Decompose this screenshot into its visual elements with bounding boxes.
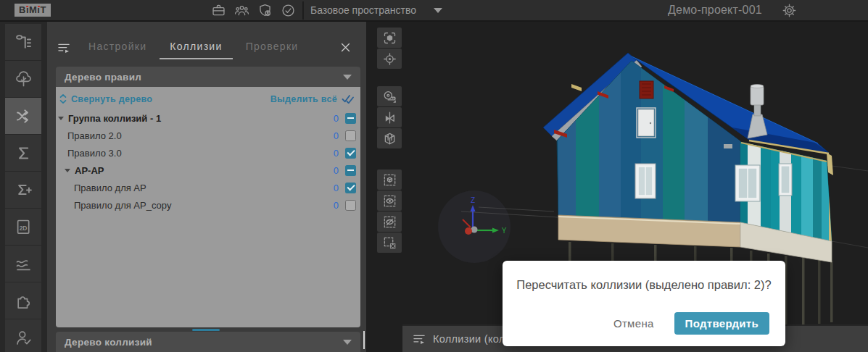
rules-tree: Свернуть дерево Выделить всё Группа колл…: [56, 87, 360, 327]
tab-1[interactable]: Коллизии: [170, 41, 222, 58]
collision-count: 0: [334, 200, 339, 211]
sidebar-item-sum[interactable]: [5, 135, 41, 171]
tab-2[interactable]: Проверки: [246, 41, 299, 58]
panel-menu-icon[interactable]: [56, 41, 72, 55]
sidebar-item-model-tree[interactable]: [5, 24, 41, 60]
tree-row[interactable]: Правило для АР0: [56, 179, 360, 196]
axis-gizmo: Z Y: [438, 190, 511, 263]
section-plane-icon: [382, 110, 397, 125]
graphs-icon: [14, 254, 33, 274]
bottom-panel-title: Коллизии (коли: [433, 333, 511, 345]
locate-icon: [382, 51, 397, 67]
team-icon[interactable]: [234, 3, 249, 18]
topbar-tools: [211, 3, 296, 18]
sidebar-item-user-check[interactable]: [5, 319, 41, 352]
tree-row[interactable]: Правило 2.00: [56, 127, 360, 144]
sum-add-icon: [14, 180, 33, 200]
rule-label: АР-АР: [75, 165, 104, 176]
measure-icon: [382, 89, 397, 104]
collapse-tree-label: Свернуть дерево: [71, 94, 152, 104]
dialog-actions: Отмена Подтвердить: [613, 312, 769, 335]
double-check-icon: [342, 94, 356, 104]
tree-row[interactable]: Правило 3.00: [56, 144, 360, 162]
collisions-tree-header[interactable]: Дерево коллизий: [56, 332, 360, 352]
tree-controls: Свернуть дерево Выделить всё: [56, 87, 360, 106]
rule-label: Правило 2.0: [67, 130, 122, 141]
collision-count: 0: [334, 113, 339, 124]
topbar-divider: [302, 1, 304, 20]
briefcase-icon[interactable]: [211, 3, 226, 18]
viewport-toolbar: [377, 28, 402, 253]
sidebar-item-nature-tree[interactable]: [5, 61, 41, 97]
clear-selection-button[interactable]: [377, 232, 402, 253]
workspace-selector[interactable]: Базовое пространство: [310, 4, 442, 16]
rule-checkbox[interactable]: [345, 130, 356, 141]
tree-row[interactable]: АР-АР0: [56, 162, 360, 179]
rule-label: Группа коллизий - 1: [68, 113, 161, 124]
rules-tree-header[interactable]: Дерево правил: [56, 67, 360, 87]
sidebar-item-plugins[interactable]: [5, 282, 41, 319]
collisions-tree-title: Дерево коллизий: [65, 337, 152, 348]
section-plane-button[interactable]: [377, 107, 402, 127]
panel-resize-handle[interactable]: [192, 329, 220, 331]
show-selected-icon: [382, 193, 397, 209]
shield-user-icon[interactable]: [257, 3, 273, 18]
tab-0[interactable]: Настройки: [88, 41, 146, 58]
section-box-button[interactable]: [377, 128, 402, 148]
rules-tree-title: Дерево правил: [65, 72, 141, 83]
caret-down-icon[interactable]: [65, 169, 70, 175]
workspace-label: Базовое пространство: [310, 4, 416, 16]
select-all-label: Выделить всё: [270, 94, 337, 104]
collision-count: 0: [334, 148, 339, 159]
rule-label: Правило для АР: [74, 183, 146, 193]
collapse-expand-icon: [59, 93, 67, 104]
rule-checkbox[interactable]: [345, 165, 356, 176]
tree-row[interactable]: Правило для АР_copy0: [56, 196, 360, 214]
rule-checkbox[interactable]: [345, 113, 356, 124]
rules-tree-list: Группа коллизий - 10Правило 2.00Правило …: [56, 109, 360, 214]
user-check-icon: [14, 328, 33, 348]
collisions-icon: [14, 106, 33, 126]
axis-label-z: Z: [471, 196, 475, 204]
gear-icon[interactable]: [782, 3, 797, 18]
rule-checkbox[interactable]: [345, 148, 356, 159]
recalculate-dialog: Пересчитать коллизии (выделено правил: 2…: [503, 261, 785, 346]
hide-selected-button[interactable]: [377, 211, 402, 232]
rule-checkbox[interactable]: [345, 183, 356, 193]
confirm-button[interactable]: Подтвердить: [674, 312, 769, 335]
tree-row[interactable]: Группа коллизий - 10: [56, 109, 360, 127]
caret-down-icon[interactable]: [58, 117, 64, 123]
locate-button[interactable]: [377, 49, 402, 69]
collision-count: 0: [334, 165, 339, 176]
2d-view-icon: 2D: [14, 217, 33, 237]
nature-tree-icon: [14, 70, 33, 89]
panel-menu-icon: [411, 332, 427, 346]
section-box-icon: [382, 131, 397, 146]
cancel-button[interactable]: Отмена: [613, 317, 654, 330]
rule-label: Правило для АР_copy: [74, 200, 171, 211]
show-selected-button[interactable]: [377, 190, 402, 211]
check-circle-icon[interactable]: [281, 3, 296, 18]
close-icon[interactable]: [339, 41, 352, 54]
collapse-tree-button[interactable]: Свернуть дерево: [59, 93, 152, 104]
sidebar-item-sum-add[interactable]: [5, 172, 41, 208]
measure-button[interactable]: [377, 86, 402, 106]
fit-model-icon: [382, 30, 397, 46]
fit-model-button[interactable]: [377, 28, 402, 48]
plugins-icon: [14, 291, 33, 311]
sidebar: 2D: [0, 22, 47, 352]
scrollbar-thumb[interactable]: [363, 331, 365, 349]
collision-count: 0: [334, 130, 339, 141]
panel-tabs: НастройкиКоллизииПроверки: [88, 41, 298, 58]
sidebar-item-2d-view[interactable]: 2D: [5, 209, 41, 245]
select-all-button[interactable]: Выделить всё: [270, 94, 356, 104]
sidebar-item-collisions[interactable]: [5, 98, 41, 134]
svg-text:2D: 2D: [19, 224, 27, 231]
sidebar-item-graphs[interactable]: [5, 246, 41, 282]
select-box-button[interactable]: [377, 169, 402, 190]
sum-icon: [14, 143, 33, 163]
chevron-down-icon: [434, 8, 442, 13]
rule-checkbox[interactable]: [345, 200, 356, 211]
collisions-panel: НастройкиКоллизииПроверки Дерево правил …: [47, 22, 366, 352]
rule-label: Правило 3.0: [67, 148, 122, 159]
